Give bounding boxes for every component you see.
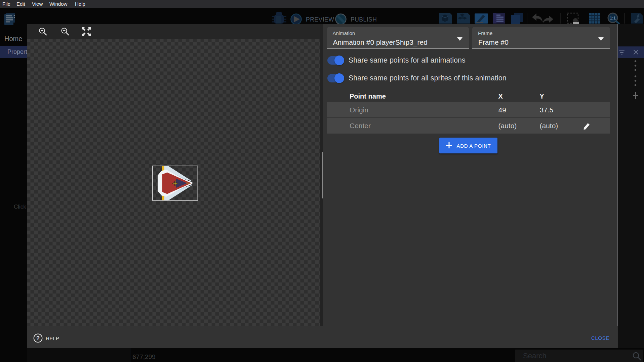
svg-text:?: ? [36,335,40,341]
svg-text:1:1: 1:1 [610,16,616,21]
svg-text:PUBLISH: PUBLISH [351,16,376,23]
svg-text:PREVIEW: PREVIEW [306,16,334,23]
